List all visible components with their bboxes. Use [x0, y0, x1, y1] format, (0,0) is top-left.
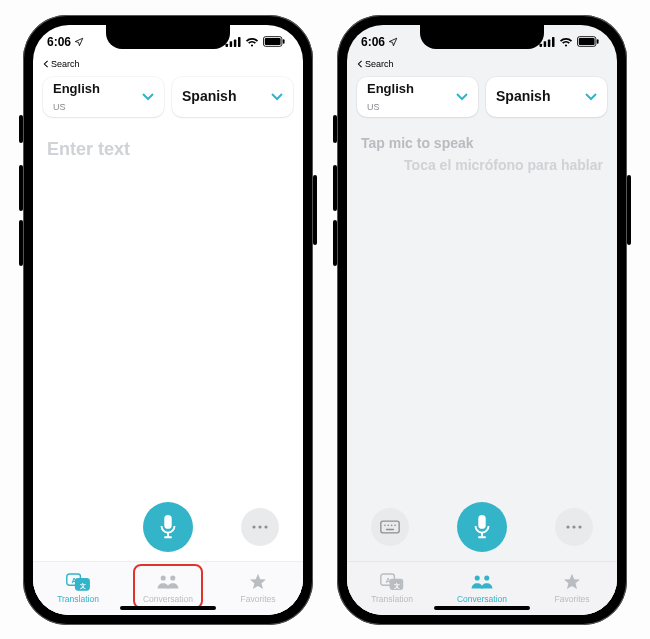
location-icon [388, 37, 398, 47]
svg-point-11 [258, 525, 261, 528]
language-row: EnglishUS Spanish [347, 71, 617, 125]
svg-rect-21 [548, 39, 551, 47]
svg-rect-0 [226, 43, 229, 46]
tab-translation[interactable]: A文 Translation [347, 562, 437, 615]
tab-label: Translation [57, 594, 99, 604]
keyboard-icon [380, 520, 400, 534]
mic-button[interactable] [457, 502, 507, 552]
back-to-search[interactable]: Search [347, 59, 617, 69]
source-language-button[interactable]: EnglishUS [357, 77, 478, 117]
target-language-button[interactable]: Spanish [172, 77, 293, 117]
svg-rect-26 [381, 521, 399, 533]
battery-icon [577, 36, 599, 47]
svg-point-36 [572, 525, 575, 528]
chevron-left-icon [357, 60, 363, 68]
tab-label: Favorites [555, 594, 590, 604]
more-button[interactable] [241, 508, 279, 546]
location-icon [74, 37, 84, 47]
more-button[interactable] [555, 508, 593, 546]
svg-rect-25 [597, 39, 599, 43]
keyboard-button[interactable] [371, 508, 409, 546]
tab-label: Translation [371, 594, 413, 604]
svg-point-18 [170, 575, 175, 580]
tab-translation[interactable]: A文 Translation [33, 562, 123, 615]
svg-point-10 [252, 525, 255, 528]
tab-label: Conversation [457, 594, 507, 604]
text-input-placeholder: Enter text [33, 125, 303, 174]
home-indicator[interactable] [434, 606, 530, 610]
back-label: Search [365, 59, 394, 69]
svg-rect-3 [238, 37, 241, 47]
source-language-sub: US [53, 102, 66, 112]
mic-icon [158, 514, 178, 540]
status-time: 6:06 [47, 35, 71, 49]
svg-rect-6 [283, 39, 285, 43]
control-row [347, 497, 617, 557]
ellipsis-icon [566, 525, 582, 529]
star-icon [246, 572, 270, 592]
chevron-down-icon [271, 93, 283, 101]
svg-point-27 [384, 524, 386, 526]
notch [106, 25, 230, 49]
svg-point-35 [566, 525, 569, 528]
wifi-icon [559, 37, 573, 47]
mic-button[interactable] [143, 502, 193, 552]
svg-point-17 [161, 575, 166, 580]
phone-right: 6:06 Search EnglishUS Spanish [337, 15, 627, 625]
prompt-source: Tap mic to speak [347, 125, 617, 153]
svg-rect-24 [579, 38, 595, 45]
svg-rect-5 [265, 38, 281, 45]
phone-left: 6:06 Search EnglishUS Spanish [23, 15, 313, 625]
svg-text:A: A [386, 576, 391, 585]
back-to-search[interactable]: Search [33, 59, 303, 69]
svg-text:文: 文 [393, 582, 400, 589]
tab-favorites[interactable]: Favorites [527, 562, 617, 615]
svg-text:A: A [72, 576, 77, 585]
mic-icon [472, 514, 492, 540]
back-label: Search [51, 59, 80, 69]
battery-icon [263, 36, 285, 47]
svg-point-29 [391, 524, 393, 526]
wifi-icon [245, 37, 259, 47]
svg-rect-22 [552, 37, 555, 47]
svg-rect-32 [478, 514, 485, 528]
svg-rect-19 [540, 43, 543, 46]
svg-rect-1 [230, 41, 233, 47]
ellipsis-icon [252, 525, 268, 529]
svg-rect-20 [544, 41, 547, 47]
chevron-down-icon [585, 93, 597, 101]
conversation-icon [156, 572, 180, 592]
status-time: 6:06 [361, 35, 385, 49]
notch [420, 25, 544, 49]
target-language-name: Spanish [182, 88, 236, 104]
source-language-name: English [367, 81, 414, 96]
prompt-target: Toca el micrófono para hablar [347, 153, 617, 177]
target-language-name: Spanish [496, 88, 550, 104]
svg-point-43 [484, 575, 489, 580]
tab-label: Conversation [143, 594, 193, 604]
chevron-down-icon [456, 93, 468, 101]
svg-point-42 [475, 575, 480, 580]
tab-label: Favorites [241, 594, 276, 604]
chevron-left-icon [43, 60, 49, 68]
source-language-name: English [53, 81, 100, 96]
svg-point-28 [388, 524, 390, 526]
target-language-button[interactable]: Spanish [486, 77, 607, 117]
svg-point-37 [578, 525, 581, 528]
translation-main[interactable]: Enter text [33, 125, 303, 615]
language-row: EnglishUS Spanish [33, 71, 303, 125]
svg-point-12 [264, 525, 267, 528]
source-language-button[interactable]: EnglishUS [43, 77, 164, 117]
svg-text:文: 文 [79, 582, 86, 589]
svg-rect-31 [386, 528, 394, 530]
home-indicator[interactable] [120, 606, 216, 610]
star-icon [560, 572, 584, 592]
translation-icon: A文 [380, 572, 404, 592]
svg-point-30 [394, 524, 396, 526]
svg-rect-2 [234, 39, 237, 47]
tab-favorites[interactable]: Favorites [213, 562, 303, 615]
source-language-sub: US [367, 102, 380, 112]
conversation-main: Tap mic to speak Toca el micrófono para … [347, 125, 617, 615]
conversation-icon [470, 572, 494, 592]
translation-icon: A文 [66, 572, 90, 592]
